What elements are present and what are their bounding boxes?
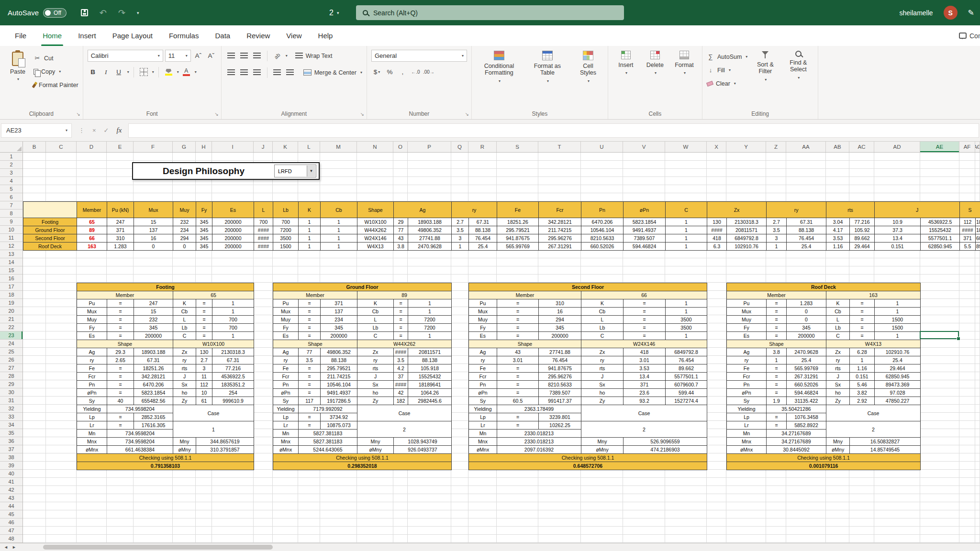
cell[interactable]: C (581, 332, 624, 340)
cell[interactable]: = (497, 381, 539, 389)
cell[interactable]: 418 (707, 234, 727, 242)
redo-icon[interactable]: ↷ (118, 8, 125, 18)
cell[interactable]: = (767, 332, 787, 340)
cell[interactable]: 594.46824 (624, 242, 666, 251)
cell[interactable]: 2 (826, 421, 921, 438)
cell[interactable]: 49806.352 (408, 226, 452, 234)
cell[interactable]: 29.464 (875, 364, 921, 373)
cell[interactable]: 1 (666, 332, 707, 340)
cell[interactable]: Mny (826, 438, 850, 446)
cell[interactable]: 6849792.8 (727, 234, 767, 242)
cell[interactable]: 117 (299, 397, 321, 405)
cell[interactable]: 232 (134, 316, 173, 324)
cell[interactable]: 2 (357, 421, 452, 438)
cell[interactable]: = (767, 389, 787, 397)
row-header-9[interactable]: 9 (0, 218, 22, 226)
cell[interactable]: 15 (134, 308, 173, 316)
cell[interactable]: C (826, 332, 850, 340)
cell[interactable]: 18251.26 (497, 218, 539, 226)
cell[interactable]: øMny (173, 446, 196, 454)
cell[interactable]: J (581, 373, 624, 381)
cell[interactable]: W44X262 (357, 226, 394, 234)
cell[interactable]: 27741.88 (539, 348, 581, 356)
cell[interactable]: 7200 (408, 324, 452, 332)
orientation-button[interactable]: ab (272, 50, 283, 61)
cell[interactable]: 5827.381183 (299, 438, 357, 446)
cell[interactable]: 37.3 (875, 226, 921, 234)
cell[interactable]: Fe (77, 364, 107, 373)
cell[interactable]: 18 (976, 218, 980, 226)
cell[interactable]: = (299, 299, 321, 308)
cell[interactable]: 15 (134, 218, 173, 226)
menu-tab-review[interactable]: Review (238, 25, 278, 46)
cell[interactable]: Cb (581, 308, 624, 316)
cell[interactable]: = (107, 381, 134, 389)
cell[interactable]: = (107, 308, 134, 316)
cell[interactable]: Fcr (77, 373, 107, 381)
row-header-2[interactable]: 2 (0, 161, 22, 169)
cell[interactable]: Shape (469, 340, 581, 348)
cell[interactable]: 76.454 (666, 356, 707, 364)
cell[interactable]: 247 (107, 218, 134, 226)
cell[interactable]: 1.16 (850, 364, 875, 373)
member-row-label[interactable]: Second Floor (23, 234, 77, 242)
cell[interactable]: Mux (469, 308, 497, 316)
row-header-41[interactable]: 41 (0, 478, 22, 486)
cell[interactable]: Lb (173, 324, 196, 332)
cell[interactable]: 35.50421286 (767, 405, 826, 413)
cell[interactable]: Zx (581, 348, 624, 356)
cell[interactable]: = (767, 316, 787, 324)
row-header-26[interactable]: 26 (0, 356, 22, 364)
cell[interactable]: 345 (196, 226, 212, 234)
cell[interactable]: 526.9096559 (624, 438, 707, 446)
cell[interactable]: Lb (357, 324, 394, 332)
cell[interactable]: Lr (727, 421, 767, 430)
column-header-H[interactable]: H (196, 142, 212, 152)
accounting-format-button[interactable]: $▾ (371, 66, 382, 77)
cell[interactable]: Fy (727, 324, 767, 332)
cell[interactable]: = (394, 324, 408, 332)
cell[interactable]: 1 (408, 299, 452, 308)
cell[interactable]: 1 (767, 356, 787, 364)
cell[interactable]: 2852.3165 (134, 413, 173, 421)
cell[interactable]: Lp (273, 413, 299, 421)
cell[interactable]: 18903.188 (408, 218, 452, 226)
cell[interactable]: 5577501.1 (666, 373, 707, 381)
cell[interactable]: 6849792.8 (666, 348, 707, 356)
row-header-29[interactable]: 29 (0, 380, 22, 388)
member-summary-table[interactable]: MemberPu (kN)MuxMuyFyEsLLbKCbShapeAgryFe… (23, 201, 980, 251)
cell[interactable]: = (107, 421, 134, 430)
cell[interactable]: 3.5 (452, 226, 469, 234)
cell[interactable]: 295.96276 (539, 234, 581, 242)
document-title[interactable]: 2 ▾ (329, 0, 339, 25)
cell[interactable]: 3.53 (624, 364, 666, 373)
cell[interactable]: = (850, 332, 875, 340)
cell[interactable]: 295.79521 (497, 226, 539, 234)
cell[interactable]: Mnx (273, 438, 299, 446)
format-painter-button[interactable]: Format Painter (33, 79, 78, 91)
cell[interactable]: 37 (394, 373, 408, 381)
cell[interactable]: Mn (77, 430, 107, 438)
cell[interactable]: Ag (273, 348, 299, 356)
cell[interactable]: Ag (77, 348, 107, 356)
cell[interactable]: 0.001079116 (727, 462, 921, 470)
cell[interactable]: ho (826, 389, 850, 397)
cell[interactable]: J (826, 373, 850, 381)
insert-function-icon[interactable]: fx (117, 126, 122, 134)
search-bar[interactable]: Search (Alt+Q) (356, 5, 624, 20)
cell[interactable]: Member (77, 291, 173, 299)
cell[interactable]: = (394, 308, 408, 316)
cell[interactable]: 7200 (273, 226, 299, 234)
cell[interactable]: 3.8 (767, 348, 787, 356)
cell[interactable]: = (767, 413, 787, 421)
cell[interactable]: 5827.381183 (299, 430, 357, 438)
cell[interactable]: 18251.26 (134, 364, 173, 373)
cell[interactable]: 660.52026 (787, 381, 826, 389)
column-header-S[interactable]: S (497, 142, 538, 152)
cell[interactable]: = (107, 332, 134, 340)
cell[interactable]: 30.8445092 (767, 446, 826, 454)
row-header-27[interactable]: 27 (0, 364, 22, 372)
cell[interactable]: rts (357, 364, 394, 373)
cell[interactable]: 105.918 (408, 364, 452, 373)
name-box[interactable]: AE23 ▾ (1, 123, 72, 138)
